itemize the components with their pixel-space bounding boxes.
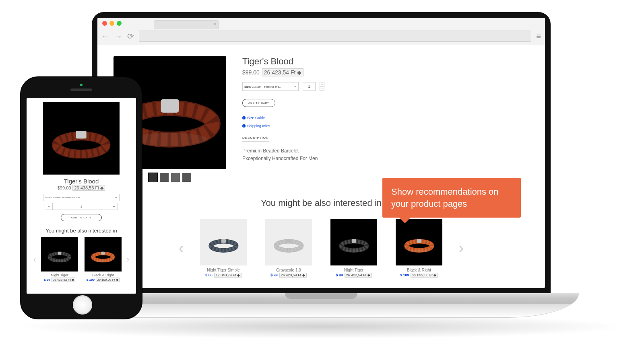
menu-icon[interactable]: ≡ (536, 32, 541, 41)
back-icon[interactable]: ← (101, 32, 109, 41)
thumbnail[interactable] (149, 173, 157, 182)
recommendations-carousel: ‹ Night Tiger Simple $ 6517 348,79 Ft ◆ … (114, 219, 529, 277)
size-select-mobile[interactable]: Size: Custom - email us the size (43, 194, 120, 201)
recommendation-price: $ 10929 109,09 Ft ◆ (85, 278, 122, 282)
product-image-mobile (43, 102, 120, 175)
recommendation-image (330, 219, 377, 265)
browser-tab[interactable]: × (154, 20, 219, 29)
shipping-link[interactable]: iShipping Infos (242, 124, 529, 128)
quantity-stepper-mobile[interactable]: － 1 ＋ (45, 203, 118, 210)
product-price: $99.0026 423,54 Ft ◆ (242, 69, 529, 76)
svg-rect-2 (161, 99, 179, 113)
recommendation-image (85, 237, 122, 272)
svg-rect-9 (286, 239, 291, 243)
recommendation-price: $ 9926 423,54 Ft ◆ (330, 273, 377, 277)
svg-point-28 (95, 260, 111, 263)
svg-rect-23 (58, 252, 62, 255)
forward-icon[interactable]: → (114, 32, 122, 41)
recommendation-title: Black & Right (396, 268, 442, 272)
browser-chrome: × ← → ⟳ ≡ (97, 18, 545, 45)
recommendation-card[interactable]: Night Tiger $ 9926 438,53 Ft ◆ (41, 237, 78, 282)
url-bar[interactable] (139, 31, 531, 42)
window-close-dot[interactable] (102, 21, 107, 26)
window-min-dot[interactable] (109, 21, 114, 26)
svg-point-17 (409, 250, 429, 253)
svg-point-24 (51, 260, 68, 263)
add-to-cart-button-mobile[interactable]: ADD TO CART (61, 214, 102, 221)
recommendation-price: $ 6517 348,79 Ft ◆ (200, 273, 247, 277)
recommendation-price: $ 9926 423,54 Ft ◆ (265, 273, 312, 277)
recommendation-card[interactable]: Night Tiger $ 9926 423,54 Ft ◆ (330, 219, 377, 277)
marketing-callout: Show recommendations on your product pag… (382, 178, 521, 218)
quantity-input[interactable]: 1 (303, 82, 316, 91)
recommendation-title: Grayscale 1.0 (265, 268, 312, 272)
description-text: Premium Beaded Barcelet Exceptionally Ha… (242, 147, 529, 162)
tab-close-icon[interactable]: × (213, 21, 216, 27)
recommendation-card[interactable]: Grayscale 1.0 $ 9926 423,54 Ft ◆ (265, 219, 312, 277)
recommendation-card[interactable]: Black & Right $ 10929 109,09 Ft ◆ (85, 237, 122, 282)
product-price-mobile: $99.0026 438,53 Ft ◆ (31, 185, 132, 191)
recommendation-image (200, 219, 247, 265)
carousel-next-icon[interactable]: › (458, 239, 464, 257)
recommendation-title: Night Tiger Simple (200, 268, 247, 272)
quantity-stepper[interactable]: ＋－ (320, 82, 324, 91)
recommendation-card[interactable]: Night Tiger Simple $ 6517 348,79 Ft ◆ (200, 219, 247, 277)
home-button[interactable] (73, 295, 92, 315)
recommendation-image (41, 237, 78, 272)
qty-plus-icon[interactable]: ＋ (110, 203, 118, 210)
carousel-next-icon[interactable]: › (126, 254, 129, 265)
product-title: Tiger's Blood (242, 56, 529, 67)
phone-mockup: Tiger's Blood $99.0026 438,53 Ft ◆ Size:… (20, 76, 142, 319)
recommendation-price: $ 9926 438,53 Ft ◆ (41, 278, 78, 282)
svg-rect-16 (417, 239, 421, 243)
window-max-dot[interactable] (117, 21, 122, 26)
svg-point-13 (343, 250, 364, 253)
recommendation-title: Night Tiger (41, 273, 78, 277)
carousel-prev-icon[interactable]: ‹ (179, 239, 184, 257)
recommendation-title: Black & Right (85, 273, 122, 277)
svg-point-3 (132, 133, 208, 146)
laptop-mockup: × ← → ⟳ ≡ (92, 12, 551, 318)
size-guide-link[interactable]: iSize Guide (242, 116, 529, 120)
svg-rect-27 (101, 252, 105, 255)
description-heading: DESCRIPTION (242, 136, 269, 142)
svg-rect-12 (351, 239, 356, 243)
qty-minus-icon[interactable]: － (45, 203, 53, 210)
recommendation-title: Night Tiger (330, 268, 377, 272)
thumbnail[interactable] (171, 173, 180, 182)
recommendation-price: $ 10929 092,58 Ft ◆ (396, 273, 442, 277)
reload-icon[interactable]: ⟳ (127, 31, 134, 41)
svg-rect-20 (76, 131, 87, 138)
thumbnail[interactable] (182, 173, 191, 182)
size-select[interactable]: Size: Custom - email us the... (242, 82, 299, 91)
recommendation-image (265, 219, 312, 265)
svg-rect-6 (221, 239, 225, 243)
recommendations-heading-mobile: You might be also interested in (31, 228, 132, 234)
product-title-mobile: Tiger's Blood (31, 178, 132, 185)
thumbnail[interactable] (160, 173, 169, 182)
carousel-prev-icon[interactable]: ‹ (33, 254, 36, 265)
add-to-cart-button[interactable]: ADD TO CART (242, 99, 275, 107)
